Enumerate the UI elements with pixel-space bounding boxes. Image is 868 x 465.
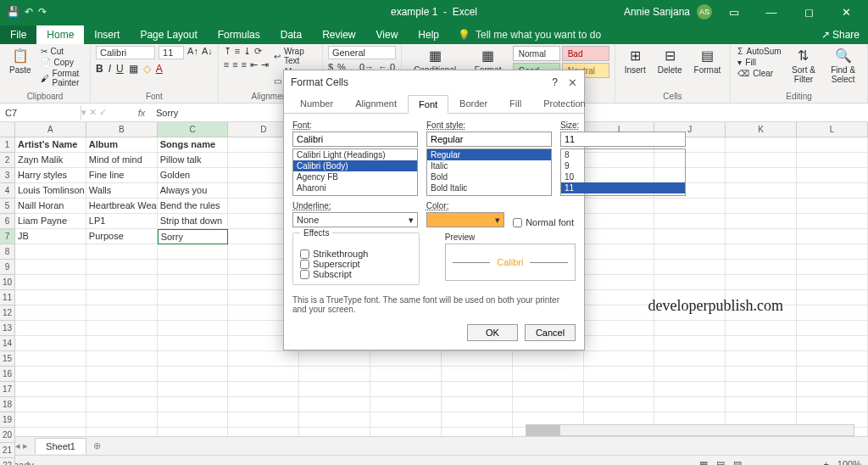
row-header[interactable]: 17 (0, 382, 15, 397)
cell[interactable] (15, 244, 86, 260)
sort-filter-button[interactable]: ⇅Sort & Filter (787, 46, 821, 87)
cell[interactable]: Artist's Name (15, 137, 86, 153)
bold-button[interactable]: B (96, 63, 103, 75)
cell[interactable] (86, 321, 158, 336)
row-header[interactable]: 22 (0, 458, 15, 465)
cell[interactable] (299, 367, 370, 382)
undo-icon[interactable]: ↶ (25, 6, 33, 18)
border-button[interactable]: ▦ (129, 63, 138, 75)
row-header[interactable]: 5 (0, 199, 15, 214)
cell[interactable] (726, 260, 797, 275)
cell[interactable] (228, 428, 299, 436)
underline-button[interactable]: U (116, 63, 124, 75)
cell[interactable]: Always you (158, 183, 229, 199)
cell[interactable] (797, 229, 868, 244)
cell[interactable]: Sorry (158, 229, 229, 244)
cell[interactable] (654, 260, 726, 275)
cell[interactable] (584, 367, 655, 382)
font-name-input[interactable] (292, 132, 418, 147)
align-right-icon[interactable]: ≡ (242, 59, 247, 70)
cell[interactable] (86, 397, 158, 412)
cell[interactable] (86, 412, 158, 428)
tab-file[interactable]: File (0, 25, 36, 44)
cell[interactable] (797, 397, 868, 412)
fill-color-button[interactable]: ◇ (143, 63, 151, 75)
row-header[interactable]: 16 (0, 367, 15, 382)
format-cells-button[interactable]: ▤Format (690, 46, 726, 77)
cell[interactable] (86, 367, 158, 382)
cell[interactable] (654, 199, 726, 214)
cell[interactable] (158, 382, 229, 397)
list-item[interactable]: 11 (561, 182, 685, 193)
cell[interactable] (158, 397, 229, 412)
cell[interactable] (15, 428, 86, 436)
fontstyle-list[interactable]: RegularItalicBoldBold Italic (426, 148, 552, 196)
size-input[interactable] (560, 132, 686, 147)
cell[interactable] (299, 412, 370, 428)
cell[interactable]: Golden (158, 168, 229, 183)
redo-icon[interactable]: ↷ (38, 6, 47, 18)
row-header[interactable]: 13 (0, 321, 15, 336)
cell[interactable] (158, 290, 229, 305)
cell[interactable] (86, 275, 158, 290)
cell[interactable] (228, 351, 299, 367)
cell[interactable] (370, 428, 442, 436)
format-painter-button[interactable]: 🖌Format Painter (39, 68, 85, 88)
cell[interactable] (15, 275, 86, 290)
align-mid-icon[interactable]: ≡ (235, 46, 240, 57)
view-normal-icon[interactable]: ▦ (699, 459, 708, 465)
cell[interactable] (654, 244, 726, 260)
cell[interactable] (584, 229, 655, 244)
save-icon[interactable]: 💾 (7, 6, 19, 18)
wrap-text-button[interactable]: ↩Wrap Text (272, 46, 317, 66)
row-header[interactable]: 3 (0, 168, 15, 183)
align-bot-icon[interactable]: ⤓ (243, 46, 251, 57)
cell[interactable]: Mind of mind (86, 153, 158, 168)
cell[interactable] (15, 336, 86, 351)
cell[interactable] (158, 412, 229, 428)
indent-inc-icon[interactable]: ⇥ (261, 59, 269, 70)
cell[interactable]: Bend the rules (158, 199, 229, 214)
cell[interactable] (86, 290, 158, 305)
cell[interactable] (370, 382, 442, 397)
cell[interactable] (797, 260, 868, 275)
font-color-button[interactable]: A (156, 63, 163, 75)
list-item[interactable]: 8 (561, 149, 685, 160)
col-header[interactable]: B (86, 122, 158, 137)
cell[interactable] (442, 428, 513, 436)
row-header[interactable]: 8 (0, 244, 15, 260)
dlg-tab-number[interactable]: Number (289, 94, 344, 113)
tab-data[interactable]: Data (270, 25, 312, 44)
list-item[interactable]: 9 (561, 160, 685, 171)
cell[interactable] (654, 367, 726, 382)
cell[interactable] (86, 244, 158, 260)
cell[interactable] (726, 229, 797, 244)
cell[interactable] (228, 412, 299, 428)
indent-dec-icon[interactable]: ⇤ (250, 59, 258, 70)
ribbon-options-icon[interactable]: ▭ (719, 6, 749, 19)
cell[interactable]: Songs name (158, 137, 229, 153)
cell[interactable] (299, 397, 370, 412)
tab-formulas[interactable]: Formulas (208, 25, 270, 44)
cell[interactable]: Fine line (86, 168, 158, 183)
cell[interactable] (158, 260, 229, 275)
cell[interactable] (797, 321, 868, 336)
superscript-checkbox[interactable]: Superscript (300, 259, 412, 269)
cell[interactable] (158, 321, 229, 336)
cell[interactable] (726, 183, 797, 199)
select-all-corner[interactable] (0, 122, 15, 137)
style-bad[interactable]: Bad (562, 46, 609, 61)
subscript-checkbox[interactable]: Subscript (300, 269, 412, 279)
cell[interactable] (86, 428, 158, 436)
cell[interactable] (654, 275, 726, 290)
row-header[interactable]: 15 (0, 351, 15, 367)
cell[interactable] (370, 412, 442, 428)
cell[interactable] (654, 214, 726, 229)
cell[interactable] (86, 260, 158, 275)
cell[interactable]: Album (86, 137, 158, 153)
decrease-font-icon[interactable]: A↓ (202, 46, 213, 59)
cell[interactable] (797, 290, 868, 305)
cell[interactable] (158, 275, 229, 290)
cell[interactable] (726, 275, 797, 290)
cell[interactable] (726, 336, 797, 351)
